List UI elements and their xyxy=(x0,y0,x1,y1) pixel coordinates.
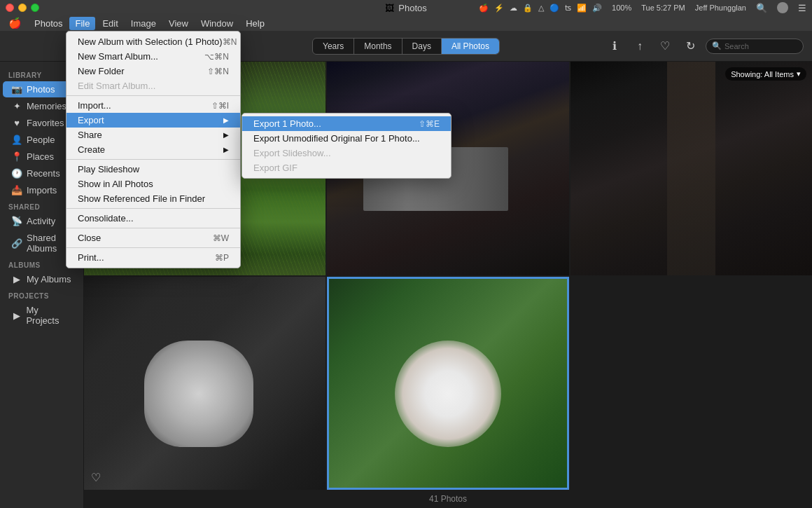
export-slideshow-label: Export Slideshow... xyxy=(253,148,331,158)
segment-all-photos[interactable]: All Photos xyxy=(442,39,499,54)
close-button[interactable] xyxy=(6,4,14,12)
titlebar-center: 🖼 Photos xyxy=(385,3,426,13)
username: Jeff Phungglan xyxy=(695,4,746,12)
people-icon: 👤 xyxy=(11,135,22,145)
notification-icon[interactable]: 🔍 xyxy=(756,3,767,13)
menu-new-album-selection[interactable]: New Album with Selection (1 Photo) ⌘N xyxy=(66,34,240,49)
user-avatar[interactable] xyxy=(777,2,788,13)
menu-close[interactable]: Close ⌘W xyxy=(66,231,240,245)
sidebar-my-albums-label: My Albums xyxy=(27,274,71,284)
separator-1 xyxy=(66,95,240,96)
projects-section-label: Projects xyxy=(0,288,83,301)
menu-edit[interactable]: Edit xyxy=(97,17,123,30)
close-shortcut: ⌘W xyxy=(213,233,229,243)
menu-print[interactable]: Print... ⌘P xyxy=(66,250,240,265)
print-label: Print... xyxy=(78,252,104,263)
menu-show-in-all-photos[interactable]: Show in All Photos xyxy=(66,177,240,191)
print-shortcut: ⌘P xyxy=(215,253,229,263)
consolidate-label: Consolidate... xyxy=(78,213,134,224)
sidebar-people-label: People xyxy=(27,135,55,145)
showing-badge-chevron: ▾ xyxy=(797,69,801,78)
create-label: Create xyxy=(78,144,105,155)
photo-count-bar: 41 Photos xyxy=(84,490,812,508)
export-gif-label: Export GIF xyxy=(253,163,298,173)
photo-cell-mug[interactable]: ♡ xyxy=(84,277,326,490)
segment-years[interactable]: Years xyxy=(313,39,354,54)
menu-view[interactable]: View xyxy=(163,17,194,30)
play-slideshow-label: Play Slideshow xyxy=(78,164,139,174)
menu-export-unmodified[interactable]: Export Unmodified Original For 1 Photo..… xyxy=(242,131,451,146)
rotate-button[interactable]: ↻ xyxy=(680,36,700,56)
export-1-photo-shortcut: ⇧⌘E xyxy=(419,119,440,129)
separator-5 xyxy=(66,247,240,248)
datetime: Tue 5:27 PM xyxy=(641,4,685,12)
menu-export-1-photo[interactable]: Export 1 Photo... ⇧⌘E xyxy=(242,116,451,131)
my-albums-icon: ▶ xyxy=(11,274,22,284)
sidebar-item-my-albums[interactable]: ▶ My Albums xyxy=(3,271,80,287)
menu-export[interactable]: Export ▶ Export 1 Photo... ⇧⌘E Export Un… xyxy=(66,113,240,128)
share-button[interactable]: ↑ xyxy=(630,36,650,56)
view-segmented-control: Years Months Days All Photos xyxy=(312,38,500,55)
info-button[interactable]: ℹ xyxy=(605,36,624,56)
separator-4 xyxy=(66,228,240,228)
photo-heart-icon: ♡ xyxy=(91,471,101,484)
file-menu-dropdown: New Album with Selection (1 Photo) ⌘N Ne… xyxy=(66,31,241,268)
menu-photos[interactable]: Photos xyxy=(29,17,68,30)
import-label: Import... xyxy=(78,100,111,111)
imports-icon: 📥 xyxy=(11,185,22,195)
menu-share[interactable]: Share ▶ xyxy=(66,128,240,142)
menu-new-folder[interactable]: New Folder ⇧⌘N xyxy=(66,64,240,78)
photo-cell-flower[interactable] xyxy=(327,277,568,490)
export-label: Export xyxy=(78,115,104,125)
app-icon: 🖼 xyxy=(385,3,394,13)
menubar: 🍎 Photos File Edit Image View Window Hel… xyxy=(0,15,812,31)
segment-months[interactable]: Months xyxy=(354,39,402,54)
sidebar-places-label: Places xyxy=(27,151,54,162)
photo-cell-alley[interactable]: Showing: All Items ▾ xyxy=(570,62,812,275)
showing-badge-text: Showing: All Items xyxy=(731,70,794,78)
new-album-shortcut: ⌘N xyxy=(223,37,237,47)
search-icon: 🔍 xyxy=(712,41,722,50)
menu-create[interactable]: Create ▶ xyxy=(66,142,240,157)
showing-badge: Showing: All Items ▾ xyxy=(725,67,806,81)
close-label: Close xyxy=(78,233,101,243)
toolbar-right: ℹ ↑ ♡ ↻ 🔍 Search xyxy=(605,36,804,56)
menu-icon[interactable]: ☰ xyxy=(798,3,806,13)
app-title: Photos xyxy=(398,3,426,13)
menu-window[interactable]: Window xyxy=(195,17,239,30)
sidebar-item-my-projects[interactable]: ▶ My Projects xyxy=(3,302,80,329)
search-box[interactable]: 🔍 Search xyxy=(706,39,804,54)
export-submenu: Export 1 Photo... ⇧⌘E Export Unmodified … xyxy=(241,113,451,179)
sidebar-memories-label: Memories xyxy=(27,101,66,111)
apple-menu[interactable]: 🍎 xyxy=(3,17,27,29)
window-controls xyxy=(0,4,39,12)
menu-image[interactable]: Image xyxy=(125,17,162,30)
minimize-button[interactable] xyxy=(18,4,27,12)
places-icon: 📍 xyxy=(11,151,22,162)
maximize-button[interactable] xyxy=(31,4,39,12)
menu-new-smart-album[interactable]: New Smart Album... ⌥⌘N xyxy=(66,49,240,64)
segment-days[interactable]: Days xyxy=(402,39,442,54)
menu-consolidate[interactable]: Consolidate... xyxy=(66,211,240,226)
new-album-selection-label: New Album with Selection (1 Photo) xyxy=(78,36,223,47)
menu-show-referenced-file[interactable]: Show Referenced File in Finder xyxy=(66,191,240,206)
new-smart-album-label: New Smart Album... xyxy=(78,51,158,62)
menu-file[interactable]: File xyxy=(69,17,95,30)
sidebar-favorites-label: Favorites xyxy=(27,118,64,128)
edit-smart-album-label: Edit Smart Album... xyxy=(78,81,155,91)
separator-2 xyxy=(66,159,240,160)
import-shortcut: ⇧⌘I xyxy=(211,101,229,111)
export-arrow: ▶ xyxy=(223,116,229,124)
menu-edit-smart-album: Edit Smart Album... xyxy=(66,78,240,93)
menu-import[interactable]: Import... ⇧⌘I xyxy=(66,98,240,113)
heart-button[interactable]: ♡ xyxy=(655,36,675,56)
menu-help[interactable]: Help xyxy=(240,17,270,30)
my-projects-icon: ▶ xyxy=(11,310,22,321)
photo-count: 41 Photos xyxy=(429,494,467,504)
new-folder-label: New Folder xyxy=(78,66,124,76)
titlebar-right: 🍎 ⚡ ☁ 🔒 △ 🔵 ʦ 📶 🔊 100% Tue 5:27 PM Jeff … xyxy=(479,2,812,13)
sidebar-activity-label: Activity xyxy=(27,216,55,226)
menu-play-slideshow[interactable]: Play Slideshow xyxy=(66,162,240,177)
share-arrow: ▶ xyxy=(223,131,229,139)
show-in-all-photos-label: Show in All Photos xyxy=(78,179,153,189)
